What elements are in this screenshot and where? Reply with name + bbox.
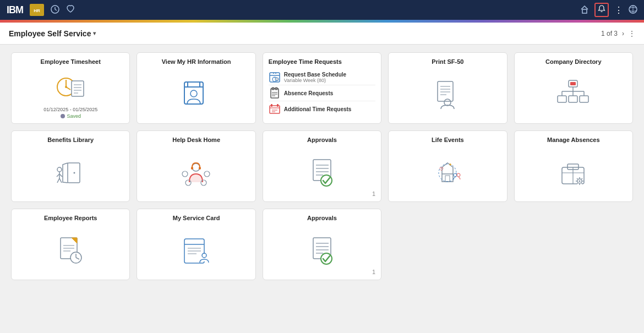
svg-point-92 <box>579 180 581 182</box>
svg-line-97 <box>577 178 577 179</box>
time-req-list: + Request Base Schedule Variable Week (8… <box>269 69 375 117</box>
svg-rect-55 <box>558 96 566 102</box>
hris-logo: HR <box>30 4 44 16</box>
approvals-1-icon-area <box>305 148 339 197</box>
svg-point-23 <box>190 90 197 97</box>
timesheet-icon-area <box>54 69 87 105</box>
sub-header-more-icon[interactable]: ⋮ <box>629 30 635 37</box>
svg-rect-5 <box>582 9 587 13</box>
svg-point-70 <box>204 171 210 177</box>
help-desk-icon-area <box>178 148 214 197</box>
svg-point-59 <box>57 167 62 172</box>
card-my-service-card[interactable]: My Service Card <box>137 209 255 280</box>
svg-point-65 <box>74 172 75 173</box>
company-dir-icon-area <box>555 69 591 119</box>
card-manage-absences-title: Manage Absences <box>520 137 627 143</box>
card-manage-absences[interactable]: Manage Absences <box>514 130 633 202</box>
card-company-directory[interactable]: Company Directory <box>514 52 633 124</box>
time-req-additional[interactable]: Additional Time Requests <box>269 101 375 117</box>
card-benefits-library[interactable]: Benefits Library <box>11 130 130 202</box>
svg-text:+: + <box>276 78 277 81</box>
svg-rect-49 <box>570 82 576 85</box>
card-approvals-1-title: Approvals <box>269 137 375 143</box>
hr-info-icon-area <box>180 69 213 119</box>
more-dots-icon[interactable]: ⋮ <box>614 5 623 15</box>
card-view-my-hr-title: View My HR Information <box>143 58 249 65</box>
main-content: Employee Timesheet 01/12/2025 - 01/25/20… <box>0 45 644 333</box>
svg-rect-32 <box>275 88 277 90</box>
svg-line-100 <box>577 183 577 183</box>
time-req-absence[interactable]: Absence Requests <box>269 85 375 101</box>
card-employee-reports-title: Employee Reports <box>17 215 124 221</box>
row2-grid: Benefits Library <box>11 130 633 202</box>
card-my-service-title: My Service Card <box>143 215 249 221</box>
pagination-area: 1 of 3 › ⋮ <box>601 30 635 37</box>
card-life-events-title: Life Events <box>394 137 501 143</box>
top-nav: IBM HR ⋮ <box>0 0 644 20</box>
page-title-area: Employee Self Service ▾ <box>9 29 96 38</box>
svg-rect-31 <box>272 88 274 90</box>
card-print-sf50[interactable]: Print SF-50 <box>388 52 507 124</box>
service-card-icon-area <box>180 226 213 275</box>
card-employee-time-requests[interactable]: Employee Time Requests + Request Base Sc <box>263 52 381 124</box>
approvals-2-icon-area <box>305 226 339 275</box>
svg-rect-68 <box>199 167 201 170</box>
home-icon[interactable] <box>580 5 589 15</box>
next-page-button[interactable]: › <box>622 30 624 37</box>
grid-icon[interactable] <box>629 5 637 15</box>
card-approvals-2[interactable]: Approvals 1 <box>263 209 381 280</box>
card-approvals-2-title: Approvals <box>269 215 375 221</box>
svg-line-99 <box>582 178 582 179</box>
nav-right: ⋮ <box>580 3 637 17</box>
svg-rect-67 <box>191 167 193 170</box>
svg-rect-13 <box>72 81 84 96</box>
bell-icon[interactable] <box>594 3 609 17</box>
card-approvals-1[interactable]: Approvals 1 <box>263 130 381 202</box>
card-employee-timesheet[interactable]: Employee Timesheet 01/12/2025 - 01/25/20… <box>11 52 130 124</box>
card-help-desk-title: Help Desk Home <box>143 137 249 143</box>
approvals-1-badge: 1 <box>372 190 375 197</box>
svg-point-18 <box>61 114 65 118</box>
svg-rect-38 <box>271 104 272 107</box>
page-count: 1 of 3 <box>601 30 618 37</box>
svg-point-85 <box>457 173 460 177</box>
row1-grid: Employee Timesheet 01/12/2025 - 01/25/20… <box>11 52 633 124</box>
svg-line-98 <box>582 183 582 183</box>
page-title-dropdown[interactable]: ▾ <box>93 30 96 36</box>
svg-rect-36 <box>270 106 280 113</box>
manage-absences-icon-area <box>555 148 591 197</box>
card-view-my-hr[interactable]: View My HR Information <box>137 52 255 124</box>
svg-point-71 <box>185 180 191 185</box>
card-sf50-title: Print SF-50 <box>394 58 501 65</box>
card-life-events[interactable]: Life Events <box>388 130 507 202</box>
history-icon[interactable] <box>51 5 59 15</box>
svg-rect-42 <box>438 81 453 101</box>
svg-rect-30 <box>271 89 279 98</box>
heart-icon[interactable] <box>66 5 75 15</box>
sf50-icon-area <box>431 69 464 119</box>
page-title: Employee Self Service <box>9 29 91 38</box>
approvals-2-badge: 1 <box>372 269 375 275</box>
timesheet-subtitle: 01/12/2025 - 01/25/2025 <box>43 107 97 112</box>
life-events-icon-area <box>430 148 466 197</box>
benefits-icon-area <box>54 148 87 197</box>
svg-rect-39 <box>277 104 279 107</box>
svg-point-72 <box>201 180 206 185</box>
svg-text:HR: HR <box>34 8 40 13</box>
svg-rect-57 <box>580 96 588 102</box>
card-employee-reports[interactable]: Employee Reports <box>11 209 130 280</box>
card-company-dir-title: Company Directory <box>520 58 627 65</box>
ibm-logo: IBM <box>7 4 23 16</box>
svg-rect-56 <box>569 96 577 102</box>
svg-rect-81 <box>445 176 450 182</box>
time-req-base-schedule[interactable]: + Request Base Schedule Variable Week (8… <box>269 69 375 85</box>
employee-reports-icon-area <box>54 226 87 275</box>
svg-point-69 <box>182 171 188 177</box>
card-help-desk[interactable]: Help Desk Home <box>137 130 255 202</box>
card-etr-title: Employee Time Requests <box>269 58 375 65</box>
card-employee-timesheet-title: Employee Timesheet <box>17 58 124 65</box>
svg-point-84 <box>454 173 457 177</box>
svg-line-4 <box>55 9 57 10</box>
svg-line-63 <box>57 178 59 183</box>
svg-line-64 <box>59 178 62 183</box>
